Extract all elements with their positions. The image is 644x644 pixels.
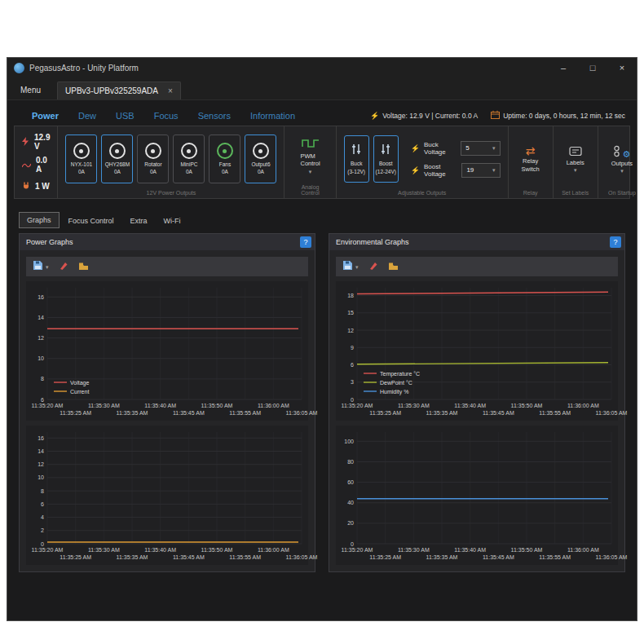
svg-text:18: 18 <box>347 293 354 298</box>
ribbon-tab-information[interactable]: Information <box>250 111 295 121</box>
output-button-nyx-101[interactable]: NYX-101 0A <box>65 135 97 183</box>
environmental-charts: 11:35:20 AM11:35:25 AM11:35:30 AM11:35:3… <box>336 281 618 565</box>
svg-text:0: 0 <box>351 397 354 403</box>
ribbon-tab-power[interactable]: Power <box>32 111 59 121</box>
output-button-qhy268m[interactable]: QHY268M 0A <box>101 135 133 183</box>
open-graph-button[interactable] <box>78 259 89 274</box>
clear-graph-button[interactable] <box>59 259 68 274</box>
adjustable-outputs-group: Buck (3-12V) Boost (12-24V) ⚡ Buck Volta… <box>337 126 509 198</box>
output-button-minipc[interactable]: MiniPC 0A <box>173 135 205 183</box>
open-graph-button[interactable] <box>388 259 399 274</box>
humidity-chart: 11:35:20 AM11:35:25 AM11:35:30 AM11:35:3… <box>336 426 618 565</box>
svg-text:Current: Current <box>70 389 89 395</box>
svg-text:11:35:30 AM: 11:35:30 AM <box>398 403 430 408</box>
save-graph-button[interactable]: ▾ <box>33 259 49 274</box>
device-tab[interactable]: UPBv3-UPBv325259ADA × <box>57 82 181 99</box>
svg-text:11:35:40 AM: 11:35:40 AM <box>144 403 176 408</box>
boost-output-button[interactable]: Boost (12-24V) <box>373 135 399 183</box>
tab-graphs[interactable]: Graphs <box>19 212 60 228</box>
current-readout: 0.0 A <box>22 156 50 174</box>
menu-button[interactable]: Menu <box>15 81 46 99</box>
bolt-icon: ⚡ <box>411 166 420 174</box>
chevron-down-icon: ▾ <box>355 264 359 270</box>
power-charts: 11:35:20 AM11:35:25 AM11:35:30 AM11:35:3… <box>26 281 308 565</box>
group-label-relay: Relay <box>516 187 545 196</box>
voltage-current-text: Voltage: 12.9 V | Current: 0.0 A <box>382 112 478 120</box>
app-window: PegasusAstro - Unity Platform – □ × Menu… <box>7 57 637 621</box>
svg-text:11:35:55 AM: 11:35:55 AM <box>539 554 571 560</box>
boost-voltage-select[interactable]: 19 ▾ <box>461 163 500 178</box>
power-graphs-panel: Power Graphs ? ▾ 11:35:20 AM11:35:25 AM1… <box>19 233 315 572</box>
svg-text:6: 6 <box>41 397 44 403</box>
folder-icon <box>388 259 399 274</box>
output-button-output6[interactable]: Output6 0A <box>245 135 276 183</box>
startup-outputs-button[interactable]: ⚙ Outputs ▾ <box>606 145 637 174</box>
labels-button[interactable]: Labels ▾ <box>561 146 590 173</box>
svg-text:11:35:20 AM: 11:35:20 AM <box>32 547 64 553</box>
svg-text:11:36:00 AM: 11:36:00 AM <box>258 547 289 553</box>
ribbon-tab-usb[interactable]: USB <box>116 111 135 121</box>
buck-voltage-select[interactable]: 5 ▾ <box>461 141 500 156</box>
help-button[interactable]: ? <box>610 236 621 248</box>
svg-text:2: 2 <box>41 527 44 533</box>
boost-button-label: Boost <box>379 161 393 167</box>
voltage-chart-svg: 11:35:20 AM11:35:25 AM11:35:30 AM11:35:3… <box>26 281 308 421</box>
svg-text:15: 15 <box>347 310 354 315</box>
close-button[interactable]: × <box>607 58 637 77</box>
chevron-down-icon: ▾ <box>574 167 577 173</box>
analog-control-group: PWM Control ▾ Analog Control <box>285 126 336 198</box>
slider-icon <box>380 143 391 159</box>
output-current: 0A <box>150 169 157 175</box>
group-label-power-outputs: 12V Power Outputs <box>65 187 276 196</box>
tab-extra[interactable]: Extra <box>123 214 155 228</box>
tab-wifi[interactable]: Wi-Fi <box>157 214 188 228</box>
svg-text:11:35:40 AM: 11:35:40 AM <box>454 403 486 408</box>
environmental-graphs-toolbar: ▾ <box>336 257 618 276</box>
svg-text:11:35:55 AM: 11:35:55 AM <box>229 410 261 416</box>
environmental-graphs-panel: Environmental Graphs ? ▾ 11:35:20 AM11:3… <box>329 233 625 572</box>
maximize-button[interactable]: □ <box>578 58 607 77</box>
svg-text:11:36:00 AM: 11:36:00 AM <box>567 547 599 553</box>
save-icon <box>342 259 353 274</box>
svg-text:9: 9 <box>351 345 354 351</box>
ribbon-tab-dew[interactable]: Dew <box>78 111 96 121</box>
help-button[interactable]: ? <box>300 236 311 248</box>
tab-focus-control[interactable]: Focus Control <box>61 214 121 228</box>
folder-icon <box>78 259 89 274</box>
output-current: 0A <box>78 169 85 175</box>
output-button-rotator[interactable]: Rotator 0A <box>137 135 169 183</box>
buck-output-button[interactable]: Buck (3-12V) <box>344 135 369 183</box>
group-label-on-startup: On Startup <box>606 187 637 196</box>
svg-text:11:35:35 AM: 11:35:35 AM <box>117 410 148 416</box>
humidity-chart-svg: 11:35:20 AM11:35:25 AM11:35:30 AM11:35:3… <box>336 426 618 565</box>
temperature-dewpoint-chart: 11:35:20 AM11:35:25 AM11:35:30 AM11:35:3… <box>336 281 618 421</box>
svg-text:Humidity %: Humidity % <box>380 389 408 395</box>
svg-text:11:35:50 AM: 11:35:50 AM <box>511 547 543 553</box>
voltage-chart: 11:35:20 AM11:35:25 AM11:35:30 AM11:35:3… <box>26 281 308 421</box>
brush-icon <box>368 259 378 274</box>
relay-switch-button[interactable]: ⇄ Relay Switch <box>516 145 545 173</box>
svg-text:60: 60 <box>347 479 354 485</box>
status-area: ⚡ Voltage: 12.9 V | Current: 0.0 A Uptim… <box>370 110 625 121</box>
ribbon-tab-focus[interactable]: Focus <box>154 111 179 121</box>
svg-text:11:35:35 AM: 11:35:35 AM <box>117 554 148 560</box>
minimize-button[interactable]: – <box>549 58 578 77</box>
svg-text:11:35:40 AM: 11:35:40 AM <box>454 547 486 553</box>
power-status-icon: ⚡ <box>370 112 379 120</box>
svg-text:8: 8 <box>41 488 44 494</box>
set-labels-group: Labels ▾ Set Labels <box>554 126 598 198</box>
clear-graph-button[interactable] <box>368 259 378 274</box>
device-tab-close-icon[interactable]: × <box>168 86 173 95</box>
save-graph-button[interactable]: ▾ <box>342 259 359 274</box>
svg-text:11:35:25 AM: 11:35:25 AM <box>60 554 91 560</box>
slider-icon <box>351 143 362 159</box>
svg-text:10: 10 <box>37 474 44 480</box>
power-output-icon <box>181 143 197 159</box>
svg-text:11:35:30 AM: 11:35:30 AM <box>88 403 120 408</box>
power-value: 1 W <box>35 182 50 191</box>
titlebar: PegasusAstro - Unity Platform – □ × <box>7 58 637 77</box>
pwm-control-button[interactable]: PWM Control ▾ <box>292 138 328 174</box>
output-button-fans[interactable]: Fans 0A <box>209 135 240 183</box>
ribbon-tab-sensors[interactable]: Sensors <box>198 111 231 121</box>
voltage-current-status: ⚡ Voltage: 12.9 V | Current: 0.0 A <box>370 112 478 120</box>
